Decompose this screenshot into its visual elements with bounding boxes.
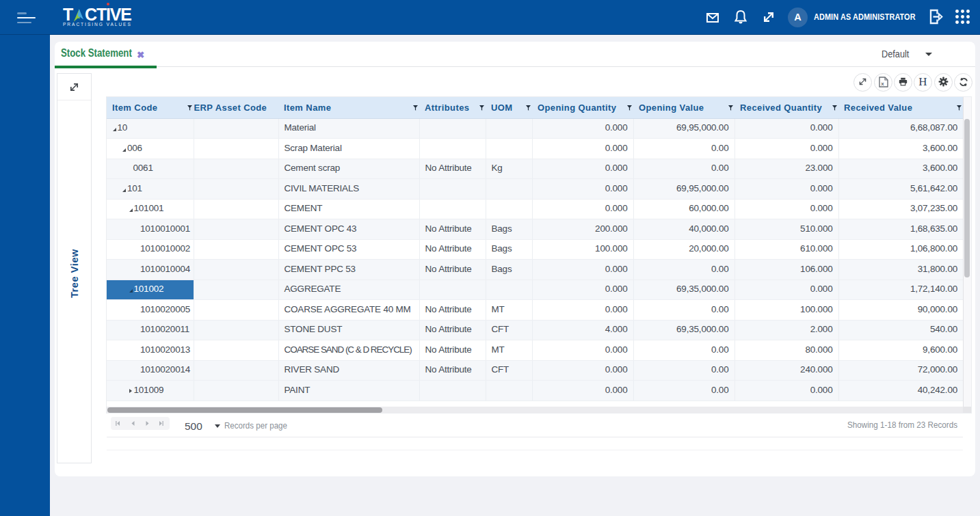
svg-text:x: x: [881, 80, 884, 86]
